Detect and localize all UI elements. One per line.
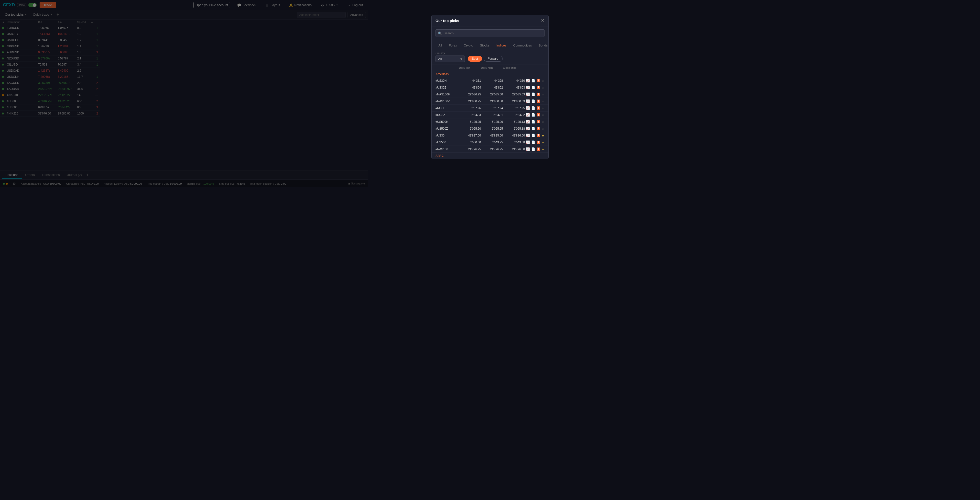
modal-overlay[interactable]: Our top picks ✕ 🔍 All Forex Crypto Stock… <box>0 0 368 187</box>
